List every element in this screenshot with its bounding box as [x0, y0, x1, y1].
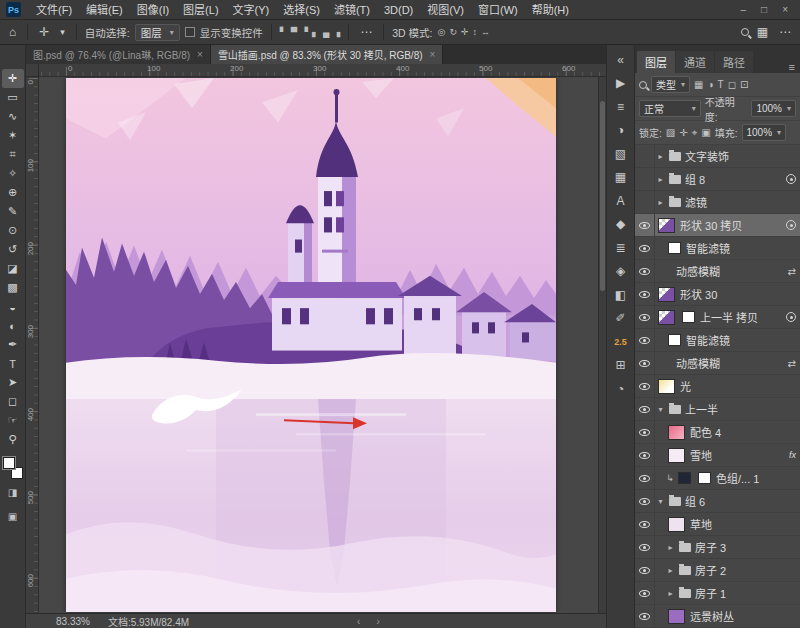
- info-panel-icon[interactable]: ◈: [611, 264, 631, 279]
- opacity-dropdown[interactable]: 100% ▾: [751, 100, 796, 117]
- 3d-slide-icon[interactable]: ↕: [472, 27, 477, 37]
- scroll-right-icon[interactable]: ›: [376, 616, 379, 627]
- layer-name[interactable]: 远景树丛: [689, 608, 800, 624]
- lock-transparency-icon[interactable]: ▨: [666, 127, 675, 138]
- fill-dropdown[interactable]: 100% ▾: [742, 124, 787, 141]
- workspace-switcher-icon[interactable]: ▦: [754, 25, 771, 39]
- smart-filter-badge[interactable]: [786, 220, 796, 230]
- blend-mode-dropdown[interactable]: 正常 ▾: [639, 100, 701, 117]
- align-top-icon[interactable]: ▖: [312, 27, 319, 37]
- tab-paths[interactable]: 路径: [715, 51, 753, 73]
- quick-mask-icon[interactable]: ◨: [8, 487, 17, 503]
- masks-panel-icon[interactable]: ◧: [611, 287, 631, 302]
- shape-tool[interactable]: ◻: [2, 392, 24, 411]
- panel-menu-icon[interactable]: ≡: [784, 61, 800, 73]
- menu-item-select[interactable]: 选择(S): [276, 0, 327, 20]
- character-panel-icon[interactable]: A: [611, 193, 631, 208]
- layer-thumbnail[interactable]: [668, 517, 685, 532]
- collapse-panels-icon[interactable]: «: [611, 52, 631, 67]
- layer-row[interactable]: 配色 4: [635, 421, 800, 444]
- canvas-viewport[interactable]: [39, 77, 606, 613]
- lock-pixels-icon[interactable]: ✛: [679, 127, 687, 138]
- filter-name[interactable]: 动感模糊: [675, 263, 788, 279]
- visibility-toggle[interactable]: [635, 559, 655, 581]
- close-icon[interactable]: ×: [197, 49, 203, 60]
- expand-arrow-icon[interactable]: ▸: [665, 566, 676, 575]
- visibility-toggle[interactable]: [635, 582, 655, 604]
- align-center-icon[interactable]: ▀: [291, 27, 297, 37]
- layer-mask-thumbnail[interactable]: [698, 472, 711, 484]
- smart-filter-header-row[interactable]: 智能滤镜: [635, 329, 800, 352]
- hand-tool[interactable]: ☞: [2, 411, 24, 430]
- more-options-icon[interactable]: ⋯: [357, 25, 375, 39]
- filter-pixel-layers-icon[interactable]: ▦: [694, 79, 703, 90]
- visibility-toggle[interactable]: [635, 329, 655, 351]
- visibility-toggle[interactable]: [635, 605, 655, 627]
- group-row[interactable]: ▸ 房子 1: [635, 582, 800, 605]
- layer-row[interactable]: 远景树丛: [635, 605, 800, 628]
- smart-filter-badge[interactable]: [786, 312, 796, 322]
- visibility-toggle[interactable]: [635, 536, 655, 558]
- smart-filter-item-row[interactable]: 动感模糊 ⇄: [635, 352, 800, 375]
- align-bottom-icon[interactable]: ▗: [333, 27, 340, 37]
- 3d-scale-icon[interactable]: ↔: [481, 27, 490, 37]
- collapse-arrow-icon[interactable]: ▾: [655, 405, 666, 414]
- visibility-toggle[interactable]: [635, 168, 655, 190]
- layer-name[interactable]: 形状 30 拷贝: [679, 217, 786, 233]
- quick-selection-tool[interactable]: ✶: [2, 126, 24, 145]
- scrollbar-thumb[interactable]: [600, 101, 605, 291]
- navigator-panel-icon[interactable]: ⊞: [611, 358, 631, 373]
- visibility-toggle[interactable]: [635, 306, 655, 328]
- properties-panel-icon[interactable]: ≡: [611, 99, 631, 114]
- scroll-left-icon[interactable]: ‹: [357, 616, 360, 627]
- layer-row[interactable]: ▸ 组 8: [635, 168, 800, 191]
- visibility-toggle[interactable]: [635, 352, 655, 374]
- menu-item-window[interactable]: 窗口(W): [471, 0, 525, 20]
- group-row[interactable]: ▸ 房子 3: [635, 536, 800, 559]
- layer-row[interactable]: 光: [635, 375, 800, 398]
- menu-item-3d[interactable]: 3D(D): [377, 0, 420, 20]
- group-name[interactable]: 房子 2: [694, 562, 800, 578]
- layer-row[interactable]: 上一半 拷贝: [635, 306, 800, 329]
- layer-name[interactable]: 雪地: [689, 447, 789, 463]
- expand-arrow-icon[interactable]: ▸: [665, 543, 676, 552]
- menu-item-help[interactable]: 帮助(H): [525, 0, 576, 20]
- healing-brush-tool[interactable]: ⊕: [2, 183, 24, 202]
- adjustments-panel-icon[interactable]: ◑: [611, 123, 631, 138]
- visibility-toggle[interactable]: [635, 237, 655, 259]
- timeline-panel-icon[interactable]: ◔: [611, 381, 631, 396]
- crop-tool[interactable]: ⌗: [2, 145, 24, 164]
- expand-arrow-icon[interactable]: ▸: [655, 198, 666, 207]
- vertical-scrollbar[interactable]: [598, 77, 606, 613]
- menu-item-file[interactable]: 文件(F): [29, 0, 79, 20]
- move-tool[interactable]: ✛: [2, 69, 24, 88]
- current-tool-icon[interactable]: ✛: [36, 25, 52, 39]
- layer-mask-thumbnail[interactable]: [682, 311, 695, 323]
- lasso-tool[interactable]: ∿: [2, 107, 24, 126]
- menu-item-edit[interactable]: 编辑(E): [79, 0, 130, 20]
- visibility-toggle[interactable]: [635, 490, 655, 512]
- color-panel-icon[interactable]: ▧: [611, 146, 631, 161]
- smart-filter-item-row[interactable]: 动感模糊 ⇄: [635, 260, 800, 283]
- vertical-ruler[interactable]: 0 100 200 300 400 500 600: [26, 77, 39, 613]
- layer-thumbnail[interactable]: [658, 310, 675, 325]
- layer-row[interactable]: 形状 30: [635, 283, 800, 306]
- close-button[interactable]: ×: [782, 4, 788, 15]
- foreground-color-swatch[interactable]: [3, 457, 15, 469]
- brush-settings-panel-icon[interactable]: ✐: [611, 311, 631, 326]
- expand-arrow-icon[interactable]: ▸: [665, 589, 676, 598]
- panel-badge-2-5[interactable]: 2.5: [611, 334, 631, 349]
- filter-type-layers-icon[interactable]: T: [718, 79, 724, 90]
- layer-thumbnail[interactable]: [658, 287, 675, 302]
- layer-row[interactable]: 雪地 fx: [635, 444, 800, 467]
- group-row[interactable]: ▾ 上一半: [635, 398, 800, 421]
- align-middle-icon[interactable]: ▄: [323, 27, 329, 37]
- filter-name[interactable]: 动感模糊: [675, 355, 788, 371]
- layer-row[interactable]: 草地: [635, 513, 800, 536]
- layer-thumbnail[interactable]: [658, 379, 675, 394]
- swatches-panel-icon[interactable]: ▦: [611, 170, 631, 185]
- smart-filter-label[interactable]: 智能滤镜: [685, 240, 800, 256]
- visibility-toggle[interactable]: [635, 513, 655, 535]
- visibility-toggle[interactable]: [635, 283, 655, 305]
- tab-channels[interactable]: 通道: [676, 51, 714, 73]
